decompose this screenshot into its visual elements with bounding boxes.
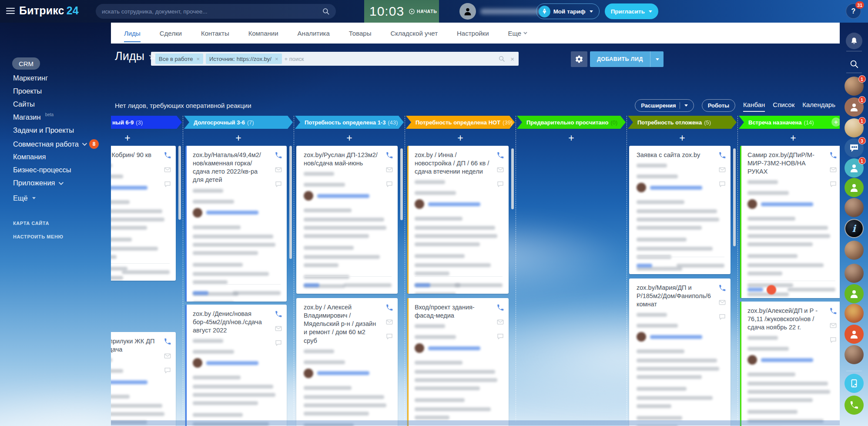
sidebar-item-collaboration[interactable]: Совместная работа8 [13, 139, 99, 149]
chat-user-avatar[interactable] [845, 264, 864, 283]
global-search[interactable] [96, 4, 336, 19]
start-workday-button[interactable]: НАЧАТЬ [409, 8, 437, 15]
sidebar-item-company[interactable]: Компания [13, 153, 46, 161]
column-header[interactable]: Потребность определена НОТ(39) [406, 116, 515, 129]
column-scrollbar[interactable] [511, 148, 514, 209]
phone-icon[interactable] [496, 151, 504, 159]
my-plan-button[interactable]: Мой тариф [536, 3, 600, 19]
group-chat-button[interactable]: 3 [845, 138, 864, 158]
help-button[interactable]: ? 31 [846, 3, 861, 19]
chat-icon[interactable] [275, 180, 282, 188]
kanban-card[interactable]: Самир zox.by/ДПиР/М-МИР-73М2-НОВ/НА РУКА… [740, 146, 840, 298]
sidebar-item-projects[interactable]: Проекты [13, 87, 42, 95]
search-icon[interactable] [322, 7, 330, 15]
chat-user-avatar[interactable]: 1 [845, 118, 864, 138]
tab-contacts[interactable]: Контакты [201, 23, 229, 44]
phone-icon[interactable] [829, 307, 837, 315]
tab-leads[interactable]: Лиды [124, 23, 141, 44]
column-scrollbar[interactable] [178, 146, 181, 220]
clear-filter-icon[interactable]: × [510, 55, 514, 63]
close-icon[interactable]: × [196, 56, 200, 62]
kanban-settings-button[interactable] [571, 51, 587, 67]
add-card-button[interactable]: + [184, 132, 293, 144]
chat-user-avatar[interactable]: 1 [845, 97, 864, 117]
tab-products[interactable]: Товары [349, 23, 372, 44]
mobile-app-button[interactable] [845, 374, 864, 393]
mail-icon[interactable] [496, 166, 504, 174]
hamburger-menu-icon[interactable] [6, 8, 15, 15]
extensions-button[interactable]: Расширения [635, 99, 694, 112]
sidebar-item-applications[interactable]: Приложения [13, 179, 62, 187]
kanban-card[interactable]: ина / ДП / Кобрин/ 90 кв [111, 146, 176, 281]
phone-icon[interactable] [275, 310, 282, 318]
tab-analytics[interactable]: Аналитика [298, 23, 330, 44]
sidebar-item-sites[interactable]: Сайты [13, 100, 35, 108]
kanban-card[interactable]: zox.by/Наталья/49,4м2/нов/каменная горка… [185, 146, 287, 302]
phone-icon[interactable] [718, 284, 726, 292]
column-scrollbar[interactable] [289, 146, 292, 259]
phone-icon[interactable] [275, 151, 282, 159]
chat-user-avatar[interactable] [845, 345, 864, 364]
sidebar-item-marketing[interactable]: Маркетинг [13, 74, 48, 82]
chat-user-avatar[interactable] [845, 178, 864, 197]
kanban-card[interactable]: zox.by/Руслан ДП-123м2/нов/сдача май-июн… [296, 146, 398, 294]
add-card-button[interactable]: + [111, 132, 182, 144]
chat-icon[interactable] [164, 180, 171, 188]
add-card-button[interactable]: + [406, 132, 515, 144]
column-header[interactable]: Потребность отложена(5) [628, 116, 737, 129]
info-bot-avatar[interactable]: i [845, 219, 864, 238]
chat-user-avatar[interactable] [845, 198, 864, 217]
column-header[interactable]: Предварительно просчитано(0) [517, 116, 626, 129]
phone-icon[interactable] [829, 151, 837, 159]
card-footer[interactable] [304, 276, 392, 294]
mail-icon[interactable] [496, 318, 504, 326]
add-card-button[interactable]: + [739, 132, 840, 144]
phone-icon[interactable] [496, 304, 504, 312]
chat-icon[interactable] [718, 180, 726, 188]
card-footer[interactable] [747, 281, 835, 298]
robots-button[interactable]: Роботы [702, 99, 735, 112]
filter-search-input[interactable] [285, 56, 493, 62]
sidebar-item-crm[interactable]: CRM [12, 57, 40, 70]
chat-icon[interactable] [164, 366, 171, 374]
card-footer[interactable] [637, 257, 724, 274]
bitrix24-logo[interactable]: Битрикс24 [19, 4, 79, 17]
tab-companies[interactable]: Компании [248, 23, 278, 44]
phone-icon[interactable] [718, 151, 726, 159]
mail-icon[interactable] [164, 166, 171, 174]
chat-user-avatar[interactable]: 1 [845, 158, 864, 178]
filter-bar[interactable]: Все в работе× Источник: https://zox.by/×… [151, 52, 519, 66]
tab-more[interactable]: Еще [508, 23, 526, 44]
column-scrollbar[interactable] [733, 148, 736, 246]
mail-icon[interactable] [829, 322, 837, 329]
time-tracker-widget[interactable]: 10:03 НАЧАТЬ [364, 0, 439, 23]
mail-icon[interactable] [718, 299, 726, 306]
horizontal-scrollbar-track[interactable] [111, 420, 840, 426]
kanban-card[interactable]: zox.by /Денис/новая бор-45м2/дп/нов./сда… [185, 305, 287, 426]
sidebar-item-tasks[interactable]: Задачи и Проекты [13, 126, 74, 134]
mail-icon[interactable] [829, 166, 837, 174]
mail-icon[interactable] [164, 352, 171, 360]
kanban-card[interactable]: zox.by / Алексей Владимирович / Мядельск… [296, 298, 398, 426]
column-scrollbar[interactable] [400, 148, 403, 220]
phone-icon[interactable] [385, 151, 393, 159]
add-lead-button[interactable]: ДОБАВИТЬ ЛИД [590, 51, 664, 67]
mail-icon[interactable] [275, 325, 282, 332]
view-kanban[interactable]: Канбан [743, 101, 765, 110]
chat-user-avatar[interactable] [845, 304, 864, 323]
sitemap-link[interactable]: КАРТА САЙТА [13, 221, 49, 226]
chat-icon[interactable] [385, 180, 393, 188]
kanban-card[interactable]: zox.by / Инна / новостройка / ДП / 66 кв… [407, 146, 509, 294]
kanban-card[interactable]: ина / ка / прилуки ЖК ДП / 76 кв / сдача [111, 332, 176, 426]
chat-user-avatar[interactable] [845, 241, 864, 260]
telephony-button[interactable] [845, 396, 864, 415]
phone-icon[interactable] [164, 151, 171, 159]
current-user-name-blurred[interactable] [480, 9, 540, 14]
view-calendar[interactable]: Календарь [802, 101, 835, 110]
chat-user-avatar[interactable] [845, 284, 864, 303]
rail-search-button[interactable] [846, 56, 862, 72]
sidebar-item-shop[interactable]: Магазинbeta [13, 113, 54, 121]
invite-button[interactable]: Пригласить [605, 3, 658, 19]
configure-menu-link[interactable]: НАСТРОИТЬ МЕНЮ [13, 234, 64, 239]
column-header[interactable]: Потребность определена 1-3(43) [295, 116, 404, 129]
